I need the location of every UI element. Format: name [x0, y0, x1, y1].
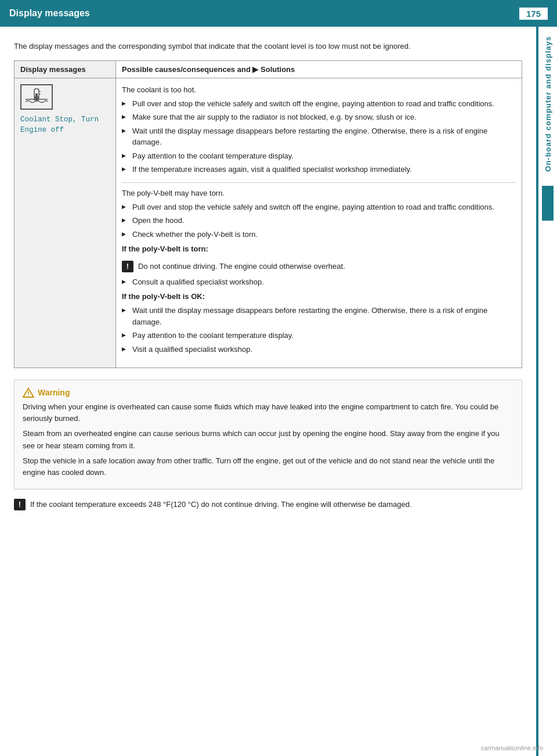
svg-point-4 [35, 97, 38, 100]
table-header-display: Display messages [15, 60, 116, 78]
list-item: Check whether the poly-V-belt is torn. [122, 229, 516, 240]
section2-bullets2: Wait until the display message disappear… [122, 305, 516, 355]
intro-text: The display messages and the correspondi… [14, 41, 522, 52]
list-item: Consult a qualified specialist workshop. [122, 276, 516, 288]
sidebar-label: On-board computer and displays [544, 27, 552, 181]
page-number: 175 [519, 8, 548, 20]
list-item: Pay attention to the coolant temperature… [122, 150, 516, 162]
list-item: Pull over and stop the vehicle safely an… [122, 201, 516, 213]
exclamation-icon: ! [122, 261, 133, 272]
page-container: The display messages and the correspondi… [0, 27, 557, 756]
display-messages-table: Display messages Possible causes/consequ… [14, 60, 522, 369]
bottom-hazard-note: ! If the coolant temperature exceeds 248… [14, 499, 522, 510]
section2-bullets: Pull over and stop the vehicle safely an… [122, 201, 516, 240]
causes-cell: The coolant is too hot. Pull over and st… [116, 78, 522, 368]
page-header: Display messages 175 [0, 0, 557, 27]
bottom-note-text: If the coolant temperature exceeds 248 °… [30, 499, 412, 510]
footer-watermark: carmanualsonline.info [481, 744, 543, 751]
sidebar-block [542, 186, 554, 221]
bottom-exclamation-icon: ! [14, 499, 26, 510]
hazard-note: ! Do not continue driving. The engine co… [122, 261, 516, 272]
right-sidebar: On-board computer and displays [536, 27, 557, 756]
hazard-text: Do not continue driving. The engine coul… [138, 261, 345, 272]
section1-bullets: Pull over and stop the vehicle safely an… [122, 98, 516, 175]
list-item: If the temperature increases again, visi… [122, 164, 516, 175]
list-item: Open the hood. [122, 215, 516, 226]
warning-title: ! Warning [23, 387, 513, 398]
header-title: Display messages [0, 8, 90, 19]
section1-lead: The coolant is too hot. [122, 84, 516, 96]
svg-text:!: ! [27, 391, 29, 397]
table-header-causes: Possible causes/consequences and ▶ Solut… [116, 60, 522, 78]
subheading-ok: If the poly-V-belt is OK: [122, 291, 516, 303]
section2-lead: The poly-V-belt may have torn. [122, 188, 516, 199]
coolant-svg [23, 87, 50, 107]
list-item: Pull over and stop the vehicle safely an… [122, 98, 516, 110]
display-msg-text: Coolant Stop, TurnEngine off [20, 114, 110, 136]
list-item: Visit a qualified specialist workshop. [122, 344, 516, 355]
list-item: Wait until the display message disappear… [122, 305, 516, 327]
warning-para-1: Driving when your engine is overheated c… [23, 401, 513, 424]
table-row: Coolant Stop, TurnEngine off The coolant… [15, 78, 522, 368]
causes-section-2: The poly-V-belt may have torn. Pull over… [122, 182, 516, 362]
list-item: Make sure that the air supply to the rad… [122, 111, 516, 123]
warning-para-2: Steam from an overheated engine can caus… [23, 428, 513, 451]
coolant-icon [20, 84, 53, 110]
warning-para-3: Stop the vehicle in a safe location away… [23, 455, 513, 478]
warning-box: ! Warning Driving when your engine is ov… [14, 380, 522, 489]
causes-section-1: The coolant is too hot. Pull over and st… [122, 84, 516, 182]
warning-label: Warning [38, 388, 70, 397]
display-cell: Coolant Stop, TurnEngine off [15, 78, 116, 368]
list-item: Wait until the display message disappear… [122, 125, 516, 148]
list-item: Pay attention to the coolant temperature… [122, 330, 516, 341]
main-content: The display messages and the correspondi… [0, 27, 536, 756]
warning-triangle-icon: ! [23, 387, 34, 398]
subheading-torn: If the poly-V-belt is torn: [122, 243, 516, 255]
section2-after-hazard: Consult a qualified specialist workshop. [122, 276, 516, 288]
